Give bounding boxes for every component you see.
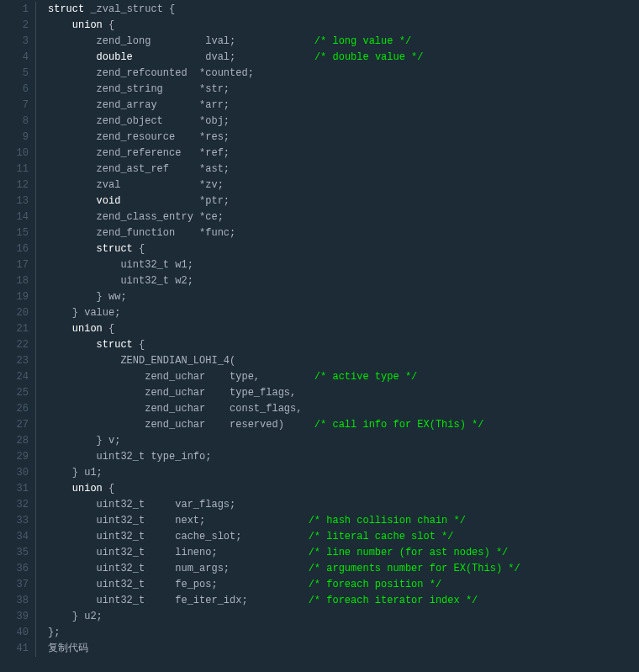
line-number: 37	[0, 577, 35, 593]
line-number: 15	[0, 225, 35, 241]
token-cmt: /* long value */	[314, 35, 411, 47]
code-line: uint32_t w1;	[48, 257, 639, 273]
token-txt: } v;	[48, 435, 120, 447]
token-txt	[48, 19, 72, 31]
code-line: zend_string *str;	[48, 82, 639, 98]
code-line: zend_object *obj;	[48, 114, 639, 130]
line-number: 5	[0, 66, 35, 82]
token-cmt: /* call info for EX(This) */	[314, 419, 484, 431]
code-line: double dval; /* double value */	[48, 50, 639, 66]
token-txt: dval;	[133, 51, 314, 63]
token-txt: zend_object *obj;	[48, 115, 230, 127]
token-kw: union	[72, 323, 103, 335]
token-txt: zend_refcounted *counted;	[48, 67, 254, 79]
token-txt: zend_uchar type_flags,	[48, 387, 296, 399]
code-editor: 1234567891011121314151617181920212223242…	[0, 0, 639, 659]
code-line: } value;	[48, 305, 639, 321]
code-line: zend_ast_ref *ast;	[48, 161, 639, 177]
line-number-gutter: 1234567891011121314151617181920212223242…	[0, 2, 36, 657]
code-line: union {	[48, 481, 639, 497]
code-line: };	[48, 625, 639, 641]
token-cmt: /* literal cache slot */	[309, 531, 454, 542]
line-number: 32	[0, 497, 35, 513]
code-line: zend_array *arr;	[48, 98, 639, 114]
line-number: 23	[0, 353, 35, 369]
line-number: 22	[0, 337, 35, 353]
line-number: 4	[0, 50, 35, 66]
line-number: 1	[0, 2, 35, 18]
token-cmt: /* arguments number for EX(This) */	[309, 563, 520, 574]
line-number: 6	[0, 82, 35, 98]
token-kw: union	[72, 483, 103, 495]
line-number: 36	[0, 561, 35, 577]
line-number: 24	[0, 369, 35, 385]
line-number: 8	[0, 114, 35, 130]
line-number: 10	[0, 146, 35, 161]
token-txt: zend_class_entry *ce;	[48, 211, 224, 223]
token-kw: struct	[97, 243, 133, 255]
code-line: uint32_t type_info;	[48, 449, 639, 465]
line-number: 35	[0, 545, 35, 561]
code-line: zend_class_entry *ce;	[48, 209, 639, 225]
code-line: union {	[48, 18, 639, 34]
line-number: 19	[0, 289, 35, 305]
code-line: ZEND_ENDIAN_LOHI_4(	[48, 353, 639, 369]
code-line: void *ptr;	[48, 193, 639, 209]
token-txt: zval *zv;	[48, 179, 224, 191]
line-number: 2	[0, 18, 35, 34]
line-number: 25	[0, 385, 35, 401]
token-txt: zend_uchar const_flags,	[48, 403, 302, 415]
token-kw: struct	[97, 339, 133, 351]
code-line: zend_function *func;	[48, 225, 639, 241]
line-number: 34	[0, 529, 35, 545]
token-txt	[48, 195, 97, 207]
code-line: struct {	[48, 241, 639, 257]
token-txt: {	[133, 243, 145, 255]
token-cmt: /* foreach position */	[309, 579, 441, 590]
code-line: uint32_t fe_pos; /* foreach position */	[48, 577, 639, 593]
line-number: 17	[0, 257, 35, 273]
line-number: 27	[0, 417, 35, 433]
copy-code-line[interactable]: 复制代码	[48, 641, 639, 657]
token-txt: } u1;	[48, 467, 103, 479]
line-number: 40	[0, 625, 35, 641]
code-line: struct {	[48, 337, 639, 353]
token-txt: zend_resource *res;	[48, 131, 230, 143]
token-txt: uint32_t next;	[48, 515, 309, 526]
code-line: } ww;	[48, 289, 639, 305]
token-txt: *ptr;	[120, 195, 230, 207]
token-txt: uint32_t type_info;	[48, 451, 211, 463]
token-txt	[48, 339, 97, 351]
token-txt: uint32_t fe_pos;	[48, 579, 309, 590]
line-number: 31	[0, 481, 35, 497]
line-number: 21	[0, 321, 35, 337]
code-area[interactable]: struct _zval_struct { union { zend_long …	[36, 2, 639, 657]
line-number: 33	[0, 513, 35, 529]
token-txt: zend_array *arr;	[48, 99, 230, 111]
line-number: 39	[0, 609, 35, 625]
line-number: 12	[0, 177, 35, 193]
code-line: uint32_t w2;	[48, 273, 639, 289]
line-number: 18	[0, 273, 35, 289]
line-number: 38	[0, 593, 35, 609]
token-txt	[48, 51, 97, 63]
token-txt: {	[103, 19, 114, 31]
code-line: zend_uchar const_flags,	[48, 401, 639, 417]
line-number: 16	[0, 241, 35, 257]
token-kw: void	[97, 195, 121, 207]
token-txt: } ww;	[48, 291, 127, 303]
token-cmt: /* foreach iterator index */	[309, 595, 478, 606]
code-line: zend_uchar reserved) /* call info for EX…	[48, 417, 639, 433]
line-number: 14	[0, 209, 35, 225]
token-txt: ZEND_ENDIAN_LOHI_4(	[48, 355, 235, 367]
token-cmt: /* hash collision chain */	[309, 515, 466, 526]
token-txt: _zval_struct {	[84, 3, 175, 15]
token-cmt: /* active type */	[314, 371, 417, 383]
token-kw: double	[97, 51, 133, 63]
token-txt: uint32_t var_flags;	[48, 499, 235, 511]
line-number: 28	[0, 433, 35, 449]
line-number: 9	[0, 130, 35, 146]
token-txt: zend_long lval;	[48, 35, 314, 47]
token-txt: {	[103, 323, 114, 335]
token-txt: uint32_t lineno;	[48, 547, 309, 558]
